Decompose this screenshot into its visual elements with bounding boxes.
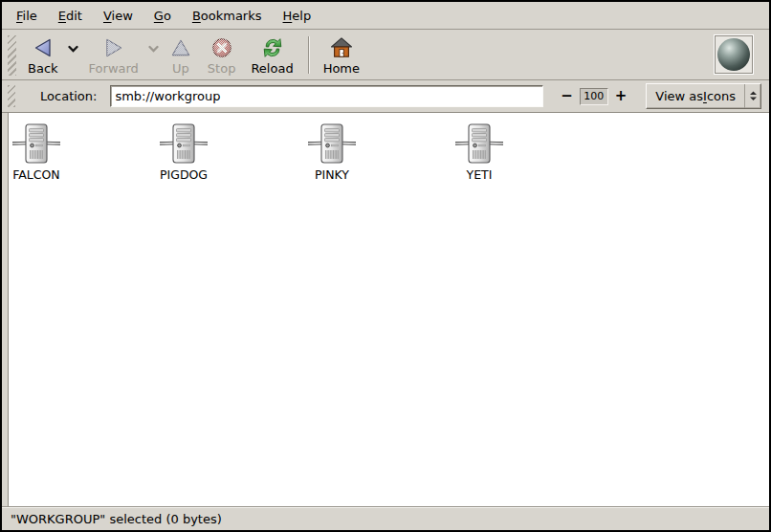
icon-view[interactable]: FALCON PIGDOG PINKY YETI [8, 113, 769, 506]
server-icon [305, 122, 359, 166]
toolbar-separator [308, 36, 309, 74]
menu-edit[interactable]: Edit [48, 5, 93, 27]
throbber-button[interactable] [714, 34, 754, 75]
back-icon [32, 36, 55, 59]
server-label: YETI [451, 167, 508, 182]
zoom-level-indicator[interactable]: 100 [580, 88, 608, 105]
toolbar-grip-handle[interactable] [8, 35, 16, 76]
back-button[interactable]: Back [20, 33, 66, 78]
zoom-out-button[interactable]: − [559, 87, 575, 105]
server-label: FALCON [8, 167, 65, 182]
server-item-falcon[interactable]: FALCON [8, 122, 65, 182]
dropdown-indicator-icon [744, 84, 760, 108]
menu-go[interactable]: Go [143, 5, 182, 27]
zoom-control: − 100 + [559, 87, 628, 105]
status-bar: "WORKGROUP" selected (0 bytes) [2, 506, 769, 530]
nautilus-window: File Edit View Go Bookmarks Help Back Fo… [0, 0, 771, 532]
reload-button[interactable]: Reload [243, 33, 300, 78]
menu-file[interactable]: File [6, 5, 48, 27]
server-label: PIGDOG [155, 167, 212, 182]
location-label: Location: [40, 89, 97, 103]
location-input[interactable] [110, 85, 543, 107]
menu-bar: File Edit View Go Bookmarks Help [2, 2, 769, 30]
server-label: PINKY [303, 167, 361, 182]
home-button[interactable]: Home [316, 33, 367, 78]
server-item-pigdog[interactable]: PIGDOG [155, 122, 212, 182]
stop-button: Stop [200, 33, 244, 78]
reload-icon [261, 36, 284, 59]
location-bar-grip-handle[interactable] [8, 85, 15, 107]
zoom-in-button[interactable]: + [613, 87, 629, 105]
view-as-dropdown[interactable]: View as Icons [646, 83, 761, 109]
server-item-pinky[interactable]: PINKY [303, 122, 361, 182]
forward-history-dropdown [146, 37, 162, 60]
back-history-dropdown[interactable] [66, 37, 81, 60]
server-icon [10, 122, 63, 166]
toolbar: Back Forward Up [2, 30, 769, 80]
up-icon [169, 36, 192, 59]
status-text: "WORKGROUP" selected (0 bytes) [11, 512, 222, 526]
location-bar: Location: − 100 + View as Icons [2, 80, 769, 113]
stop-icon [210, 36, 233, 59]
menu-view[interactable]: View [93, 5, 143, 27]
menu-bookmarks[interactable]: Bookmarks [182, 5, 273, 27]
up-button: Up [162, 33, 200, 78]
content-area: FALCON PIGDOG PINKY YETI [2, 113, 769, 506]
forward-icon [102, 36, 125, 59]
server-item-yeti[interactable]: YETI [451, 122, 508, 182]
menu-help[interactable]: Help [273, 5, 322, 27]
throbber-sphere-icon [717, 38, 750, 71]
forward-button: Forward [81, 33, 146, 78]
server-icon [452, 122, 506, 166]
home-icon [330, 36, 353, 59]
server-icon [157, 122, 210, 166]
